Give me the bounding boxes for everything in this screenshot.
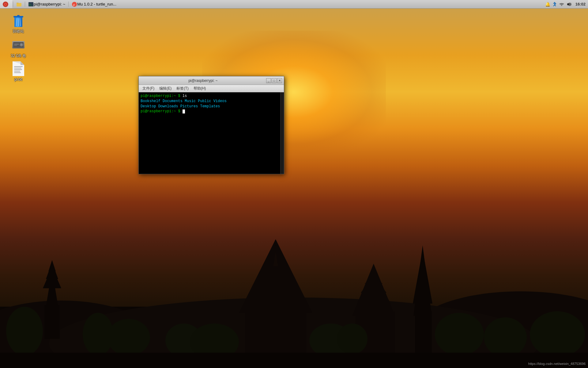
- terminal-close-button[interactable]: ✕: [277, 78, 282, 83]
- desktop-icon-hdd[interactable]: 32 GB 卷: [6, 36, 31, 60]
- terminal-output-public: Public: [198, 99, 211, 103]
- svg-point-57: [21, 44, 22, 45]
- taskbar-rpi-menu[interactable]: [0, 0, 12, 8]
- terminal-output-spacer2: [183, 99, 185, 103]
- bluetooth-icon[interactable]: [552, 2, 557, 7]
- taskbar-terminal[interactable]: >_ pi@raspberrypi: ~: [26, 0, 68, 8]
- hdd-label: 32 GB 卷: [11, 53, 26, 59]
- recycle-bin-icon: [12, 13, 25, 28]
- svg-rect-66: [14, 71, 20, 71]
- hdd-icon: [12, 39, 25, 51]
- terminal-output-row-2: Desktop Downloads Pictures Templates: [141, 104, 282, 109]
- svg-marker-45: [567, 2, 570, 6]
- taskbar-sep-2: [25, 2, 25, 6]
- terminal-maximize-button[interactable]: □: [272, 78, 277, 83]
- terminal-output-spacer1: [160, 99, 163, 103]
- terminal-menu-edit[interactable]: 编辑(E): [157, 85, 174, 92]
- notification-icon[interactable]: 🔔: [545, 2, 550, 7]
- system-clock: 16:02: [574, 2, 586, 6]
- desktop-icon-recycle-bin[interactable]: 回收站: [6, 12, 31, 35]
- svg-text:μ: μ: [73, 3, 75, 6]
- terminal-output-videos: Videos: [213, 99, 227, 103]
- volume-icon[interactable]: [566, 2, 572, 7]
- terminal-menu-help[interactable]: 帮助(H): [191, 85, 209, 92]
- raspberry-pi-icon: [2, 1, 9, 7]
- pi-txt-label: pi.txt: [14, 77, 22, 82]
- terminal-content[interactable]: pi@raspberrypi:~ $ ls Bookshelf Document…: [139, 92, 284, 174]
- terminal-output-music: Music: [185, 99, 196, 103]
- terminal-prompt-1: pi@raspberrypi:~ $: [141, 94, 183, 98]
- terminal-output-spacer4: [211, 99, 213, 103]
- folder-icon: [16, 2, 22, 7]
- taskbar-sep-3: [68, 2, 69, 6]
- taskbar-sep-1: [13, 2, 13, 6]
- taskbar-mu-label: Mu 1.0.2 - turtle_run...: [77, 2, 116, 6]
- terminal-menubar: 文件(F) 编辑(E) 标签(T) 帮助(H): [139, 85, 284, 92]
- svg-rect-59: [14, 45, 17, 46]
- terminal-icon: >_: [28, 2, 34, 7]
- terminal-scrollbar[interactable]: [280, 92, 284, 174]
- svg-rect-65: [14, 69, 22, 70]
- terminal-output-row-1: Bookshelf Documents Music Public Videos: [141, 99, 282, 104]
- hdd-icon-img: [11, 37, 26, 52]
- terminal-output-bookshelf: Bookshelf: [141, 99, 160, 103]
- taskbar-filemanager[interactable]: [14, 0, 24, 8]
- terminal-cursor: [183, 109, 185, 113]
- terminal-line-2: pi@raspberrypi:~ $: [141, 109, 282, 114]
- desktop-background: [0, 0, 588, 368]
- terminal-output-pictures: Pictures: [180, 104, 198, 109]
- terminal-output-spacer6: [178, 104, 180, 109]
- terminal-output-spacer5: [156, 104, 158, 109]
- taskbar-mu-editor[interactable]: μ Mu 1.0.2 - turtle_run...: [69, 0, 119, 8]
- terminal-window: pi@raspberrypi: ~ _ □ ✕ 文件(F) 编辑(E) 标签(T…: [138, 76, 284, 174]
- terminal-titlebar[interactable]: pi@raspberrypi: ~ _ □ ✕: [139, 76, 284, 85]
- svg-marker-62: [21, 61, 24, 65]
- taskbar-terminal-label: pi@raspberrypi: ~: [34, 2, 65, 6]
- pi-txt-icon-img: [11, 61, 26, 76]
- svg-rect-67: [14, 72, 21, 73]
- terminal-output-downloads: Downloads: [158, 104, 178, 109]
- terminal-minimize-button[interactable]: _: [266, 78, 271, 83]
- terminal-line-1: pi@raspberrypi:~ $ ls: [141, 94, 282, 99]
- svg-rect-63: [14, 66, 23, 67]
- terminal-output-templates: Templates: [200, 104, 220, 109]
- svg-rect-64: [14, 68, 21, 68]
- terminal-menu-file[interactable]: 文件(F): [140, 85, 157, 92]
- txt-file-icon: [13, 61, 24, 76]
- watermark: https://blog.csdn.net/weixin_48753696: [528, 362, 586, 366]
- terminal-output-desktop: Desktop: [141, 104, 156, 109]
- recycle-bin-icon-img: [11, 13, 26, 28]
- svg-rect-49: [17, 15, 20, 17]
- desktop-icon-pi-txt[interactable]: pi.txt: [6, 60, 31, 83]
- terminal-cmd-1: ls: [183, 94, 187, 98]
- terminal-prompt-2: pi@raspberrypi:~ $: [141, 109, 183, 113]
- terminal-title-text: pi@raspberrypi: ~: [141, 79, 266, 83]
- wifi-icon[interactable]: [559, 2, 564, 7]
- terminal-output-documents: Documents: [163, 99, 183, 103]
- terminal-menu-tab[interactable]: 标签(T): [174, 85, 191, 92]
- svg-point-39: [5, 4, 6, 5]
- mu-icon: μ: [72, 2, 77, 7]
- system-tray: 🔔 16:02: [545, 0, 588, 8]
- svg-rect-58: [14, 44, 19, 44]
- svg-rect-40: [17, 3, 21, 6]
- recycle-bin-label: 回收站: [13, 29, 24, 34]
- svg-text:>_: >_: [29, 3, 32, 6]
- taskbar: >_ pi@raspberrypi: ~ μ Mu 1.0.2 - turtle…: [0, 0, 588, 9]
